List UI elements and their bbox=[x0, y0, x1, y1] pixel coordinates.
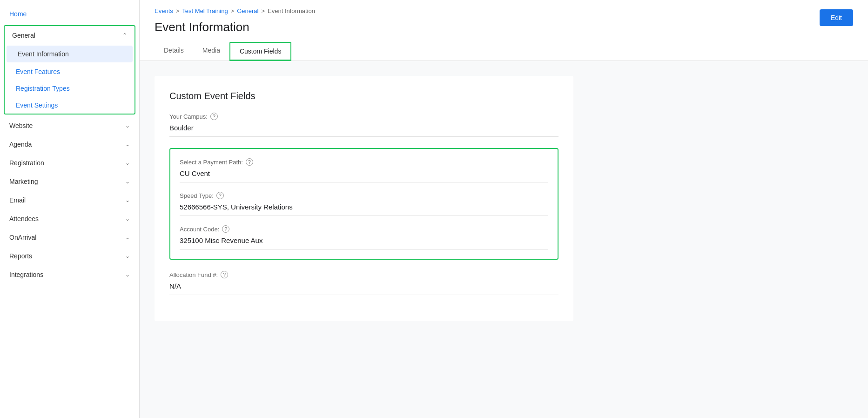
allocation-fund-field-group: Allocation Fund #: ? N/A bbox=[169, 271, 558, 295]
breadcrumb-sep2: > bbox=[231, 7, 235, 14]
sidebar-section-general: General ⌃ Event Information Event Featur… bbox=[4, 25, 135, 115]
payment-path-label: Select a Payment Path: ? bbox=[180, 158, 548, 166]
edit-button[interactable]: Edit bbox=[820, 9, 853, 26]
chevron-down-icon: ⌄ bbox=[125, 253, 130, 259]
sidebar-item-reports[interactable]: Reports ⌄ bbox=[0, 247, 139, 265]
page-title-row: Event Information Edit bbox=[155, 20, 853, 34]
chevron-up-icon: ⌃ bbox=[122, 32, 127, 39]
speed-type-help-icon[interactable]: ? bbox=[216, 192, 224, 199]
tab-custom-fields[interactable]: Custom Fields bbox=[229, 42, 291, 61]
chevron-down-icon: ⌄ bbox=[125, 122, 130, 129]
account-code-value: 325100 Misc Revenue Aux bbox=[180, 236, 548, 249]
content-card: Custom Event Fields Your Campus: ? Bould… bbox=[155, 76, 573, 321]
payment-path-field: Select a Payment Path: ? CU Cvent bbox=[180, 158, 548, 182]
payment-path-box: Select a Payment Path: ? CU Cvent Speed … bbox=[169, 148, 558, 260]
chevron-down-icon: ⌄ bbox=[125, 216, 130, 222]
chevron-down-icon: ⌄ bbox=[125, 160, 130, 166]
breadcrumb-events[interactable]: Events bbox=[155, 7, 173, 14]
tab-details[interactable]: Details bbox=[155, 42, 193, 61]
campus-value: Boulder bbox=[169, 124, 558, 137]
sidebar-item-onarrival[interactable]: OnArrival ⌄ bbox=[0, 228, 139, 247]
allocation-fund-label: Allocation Fund #: ? bbox=[169, 271, 558, 278]
payment-help-icon[interactable]: ? bbox=[246, 158, 253, 166]
chevron-down-icon: ⌄ bbox=[125, 271, 130, 278]
sidebar-item-marketing[interactable]: Marketing ⌄ bbox=[0, 172, 139, 191]
section-title: Custom Event Fields bbox=[169, 91, 558, 101]
main-content: Events > Test Mel Training > General > E… bbox=[140, 0, 868, 418]
sidebar-item-event-information[interactable]: Event Information bbox=[7, 46, 133, 62]
sidebar: Home General ⌃ Event Information Event F… bbox=[0, 0, 140, 418]
account-code-field: Account Code: ? 325100 Misc Revenue Aux bbox=[180, 225, 548, 249]
sidebar-item-website[interactable]: Website ⌄ bbox=[0, 116, 139, 135]
campus-help-icon[interactable]: ? bbox=[210, 113, 218, 120]
tab-media[interactable]: Media bbox=[193, 42, 229, 61]
chevron-down-icon: ⌄ bbox=[125, 141, 130, 148]
sidebar-item-integrations[interactable]: Integrations ⌄ bbox=[0, 265, 139, 284]
breadcrumb-event-name[interactable]: Test Mel Training bbox=[182, 7, 228, 14]
breadcrumb-sep1: > bbox=[176, 7, 180, 14]
sidebar-item-registration-types[interactable]: Registration Types bbox=[5, 80, 135, 97]
chevron-down-icon: ⌄ bbox=[125, 197, 130, 203]
breadcrumb-sep3: > bbox=[261, 7, 265, 14]
chevron-down-icon: ⌄ bbox=[125, 178, 130, 185]
speed-type-label: Speed Type: ? bbox=[180, 192, 548, 199]
allocation-fund-help-icon[interactable]: ? bbox=[221, 271, 228, 278]
campus-label: Your Campus: ? bbox=[169, 113, 558, 120]
payment-path-value: CU Cvent bbox=[180, 169, 548, 182]
sidebar-item-agenda[interactable]: Agenda ⌄ bbox=[0, 135, 139, 154]
sidebar-item-event-settings[interactable]: Event Settings bbox=[5, 97, 135, 114]
sidebar-item-event-features[interactable]: Event Features bbox=[5, 63, 135, 80]
content-area: Custom Event Fields Your Campus: ? Bould… bbox=[140, 61, 868, 336]
sidebar-item-email[interactable]: Email ⌄ bbox=[0, 191, 139, 209]
account-code-help-icon[interactable]: ? bbox=[222, 225, 229, 233]
sidebar-general-header[interactable]: General ⌃ bbox=[5, 26, 135, 45]
speed-type-value: 52666566-SYS, University Relations bbox=[180, 203, 548, 216]
breadcrumb-current: Event Information bbox=[268, 7, 315, 14]
speed-type-field: Speed Type: ? 52666566-SYS, University R… bbox=[180, 192, 548, 216]
page-header: Events > Test Mel Training > General > E… bbox=[140, 0, 868, 61]
page-title: Event Information bbox=[155, 20, 249, 34]
breadcrumb-general[interactable]: General bbox=[237, 7, 258, 14]
breadcrumb: Events > Test Mel Training > General > E… bbox=[155, 7, 853, 14]
sidebar-general-label: General bbox=[12, 32, 35, 39]
chevron-down-icon: ⌄ bbox=[125, 234, 130, 241]
sidebar-item-attendees[interactable]: Attendees ⌄ bbox=[0, 209, 139, 228]
tabs-bar: Details Media Custom Fields bbox=[155, 42, 853, 61]
allocation-fund-value: N/A bbox=[169, 282, 558, 295]
sidebar-item-registration[interactable]: Registration ⌄ bbox=[0, 154, 139, 172]
account-code-label: Account Code: ? bbox=[180, 225, 548, 233]
campus-field-group: Your Campus: ? Boulder bbox=[169, 113, 558, 137]
sidebar-home-link[interactable]: Home bbox=[0, 5, 139, 23]
